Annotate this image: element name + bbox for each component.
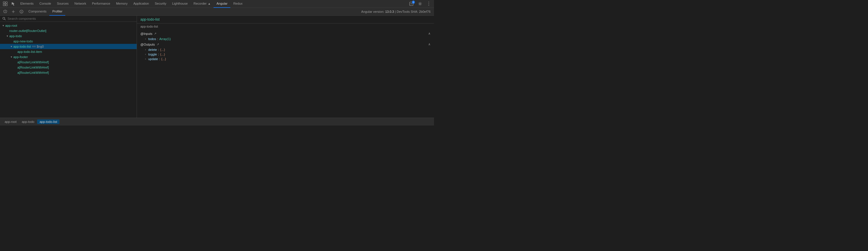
svg-point-6 — [420, 3, 421, 5]
tree-node-name: app-root — [5, 24, 17, 27]
inputs-collapse-icon[interactable]: ∧ — [428, 32, 431, 35]
prop-name: todos — [148, 37, 156, 41]
second-tabs: ComponentsProfiler — [26, 8, 65, 16]
outputs-collapse-icon[interactable]: ∧ — [428, 43, 431, 46]
component-tree: ▾app-root router-outlet[RouterOutlet]▾ap… — [0, 22, 137, 118]
angular-icon-small[interactable] — [1, 8, 9, 16]
svg-rect-0 — [3, 2, 5, 3]
inputs-link-icon[interactable]: ↗ — [154, 32, 156, 35]
nav-tab-elements[interactable]: Elements — [18, 0, 36, 8]
inputs-properties: ›todos : Array(1) — [137, 36, 434, 41]
nav-tab-lighthouse[interactable]: Lighthouse — [169, 0, 191, 8]
inputs-label: @Inputs — [141, 32, 152, 35]
second-bar: ComponentsProfiler Angular version: 13.0… — [0, 8, 434, 16]
nav-right: 1 ⋮ — [407, 0, 433, 8]
tree-item-a3[interactable]: a[RouterLinkWithHref] — [0, 70, 137, 75]
prop-colon: : — [158, 48, 159, 51]
outputs-section-header[interactable]: @Outputs ↗ ∧ — [137, 41, 434, 47]
prop-value: {...} — [160, 48, 165, 51]
nav-tabs: ElementsConsoleSourcesNetworkPerformance… — [18, 0, 245, 8]
breadcrumb-app-todo[interactable]: app-todo — [20, 119, 36, 124]
inputs-section-header[interactable]: @Inputs ↗ ∧ — [137, 30, 434, 36]
nav-tab-security[interactable]: Security — [152, 0, 169, 8]
tree-toggle[interactable]: ▾ — [5, 34, 9, 37]
tree-item-app-new-todo[interactable]: app-new-todo — [0, 39, 137, 44]
search-input[interactable] — [7, 17, 134, 20]
prop-value: {...} — [161, 57, 166, 61]
outputs-properties: ›delete : {...}›toggle : {...}›update : … — [137, 47, 434, 61]
output-prop-toggle[interactable]: ›toggle : {...} — [137, 52, 434, 57]
sha-value: 2b0ef76 — [419, 10, 431, 13]
tree-node-name: app-todo-list-item — [18, 50, 42, 53]
svg-rect-3 — [5, 4, 7, 6]
svg-rect-1 — [5, 2, 7, 3]
prop-name: toggle — [148, 53, 157, 56]
recorder-icon: ▲ — [208, 2, 211, 5]
tree-toggle[interactable]: ▾ — [9, 45, 13, 48]
more-icon[interactable]: ⋮ — [425, 0, 433, 8]
tree-item-app-todo-list-item[interactable]: app-todo-list-item — [0, 49, 137, 54]
nav-tab-redux[interactable]: Redux — [230, 0, 245, 8]
nav-tab-sources[interactable]: Sources — [54, 0, 71, 8]
tree-node-name: a[RouterLinkWithHref] — [18, 60, 49, 64]
bottom-breadcrumb-bar: app-rootapp-todoapp-todo-list — [0, 118, 434, 125]
nav-tab-performance[interactable]: Performance — [89, 0, 113, 8]
prop-colon: : — [157, 37, 158, 41]
right-content: @Inputs ↗ ∧ ›todos : Array(1) @Outputs ↗… — [137, 29, 434, 118]
tree-toggle[interactable]: ▾ — [1, 24, 5, 27]
second-tab-components[interactable]: Components — [26, 8, 49, 16]
tree-node-name: app-todo — [9, 34, 22, 38]
nav-tab-recorder[interactable]: Recorder▲ — [191, 0, 214, 8]
nav-tab-console[interactable]: Console — [36, 0, 54, 8]
svg-point-13 — [3, 18, 5, 20]
nav-left — [1, 0, 18, 8]
search-bar — [0, 16, 137, 22]
svg-point-12 — [21, 11, 22, 11]
tree-node-name: app-new-todo — [13, 39, 33, 43]
tree-node-name: router-outlet[RouterOutlet] — [9, 29, 46, 32]
nav-tab-angular[interactable]: Angular — [214, 0, 230, 8]
devtools-icon[interactable] — [1, 0, 9, 8]
second-tab-profiler[interactable]: Profiler — [49, 8, 65, 16]
badge-icon[interactable]: 1 — [407, 0, 415, 8]
outputs-link-icon[interactable]: ↗ — [157, 43, 159, 46]
breadcrumb-app-todo-list[interactable]: app-todo-list — [37, 119, 59, 124]
recorder-label: Recorder — [193, 2, 207, 5]
settings-icon[interactable] — [416, 0, 424, 8]
svg-line-14 — [5, 19, 6, 20]
settings-small-icon[interactable] — [9, 8, 18, 16]
version-info: Angular version: 13.0.3 | DevTools SHA: … — [361, 10, 433, 13]
search-icon — [2, 17, 6, 20]
prop-colon: : — [159, 57, 160, 61]
cursor-icon[interactable] — [9, 0, 18, 8]
prop-arrow: › — [145, 57, 146, 60]
nav-tab-memory[interactable]: Memory — [113, 0, 130, 8]
main-layout: ▾app-root router-outlet[RouterOutlet]▾ap… — [0, 16, 434, 118]
tree-item-app-todo[interactable]: ▾app-todo — [0, 33, 137, 39]
input-prop-todos[interactable]: ›todos : Array(1) — [137, 36, 434, 41]
tree-item-app-todo-list[interactable]: ▾app-todo-list == $ng0 — [0, 44, 137, 49]
version-label: Angular version: — [361, 10, 385, 13]
tree-item-app-root[interactable]: ▾app-root — [0, 23, 137, 28]
output-prop-delete[interactable]: ›delete : {...} — [137, 47, 434, 52]
tree-item-a1[interactable]: a[RouterLinkWithHref] — [0, 60, 137, 65]
tree-toggle[interactable]: ▾ — [9, 55, 13, 58]
nav-tab-network[interactable]: Network — [72, 0, 89, 8]
component-header: app-todo-list — [137, 16, 434, 24]
tree-node-suffix: == $ng0 — [32, 45, 44, 48]
tree-node-name: app-todo-list — [13, 45, 31, 48]
sha-separator: | DevTools SHA: — [394, 10, 419, 13]
tree-item-router-outlet[interactable]: router-outlet[RouterOutlet] — [0, 28, 137, 33]
component-subheader: app-todo-list — [137, 24, 434, 29]
svg-rect-2 — [3, 4, 5, 6]
breadcrumb-app-root[interactable]: app-root — [2, 119, 19, 124]
prop-value: Array(1) — [159, 37, 171, 41]
prop-arrow: › — [145, 53, 146, 56]
tree-item-a2[interactable]: a[RouterLinkWithHref] — [0, 65, 137, 70]
info-icon[interactable] — [18, 8, 26, 16]
nav-tab-application[interactable]: Application — [130, 0, 152, 8]
output-prop-update[interactable]: ›update : {...} — [137, 57, 434, 61]
tree-node-name: a[RouterLinkWithHref] — [18, 66, 49, 69]
tree-item-app-footer[interactable]: ▾app-footer — [0, 54, 137, 60]
top-nav-bar: ElementsConsoleSourcesNetworkPerformance… — [0, 0, 434, 8]
